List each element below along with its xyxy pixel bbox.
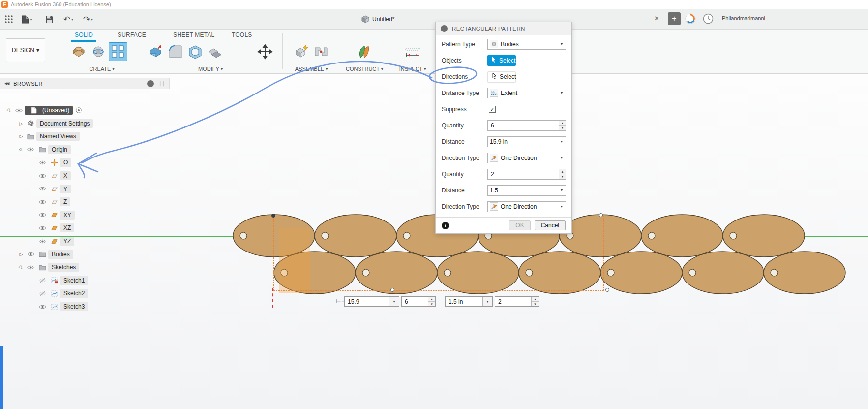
browser-row-origin[interactable]: ▷Origin xyxy=(18,144,71,155)
quantity2-value[interactable]: 2 xyxy=(495,297,531,306)
browser-row-z[interactable]: Z xyxy=(30,196,70,207)
ok-button[interactable]: OK xyxy=(509,220,530,230)
dialog-row-label: Quantity xyxy=(442,171,487,178)
visibility-eye-icon[interactable] xyxy=(25,264,36,271)
visibility-eye-icon[interactable] xyxy=(36,159,48,166)
suppress-checkbox[interactable]: ✓ xyxy=(489,106,496,113)
tree-item-label[interactable]: YZ xyxy=(60,237,74,246)
dialog-row-label: Direction Type xyxy=(442,203,487,210)
quantity2-stepper[interactable]: ▴▾ xyxy=(531,297,539,306)
tree-item-label[interactable]: Named Views xyxy=(36,132,80,141)
stepper-arrows[interactable]: ▴▾ xyxy=(559,169,566,180)
distance-combo[interactable]: 1.5▾ xyxy=(487,185,566,196)
pattern-origin-handle[interactable] xyxy=(271,214,275,218)
browser-row-unsaved[interactable]: ▷(Unsaved) xyxy=(6,105,82,116)
visibility-eye-icon[interactable] xyxy=(25,251,36,258)
expander-closed-icon[interactable]: ▷ xyxy=(18,252,25,257)
browser-row-xy[interactable]: XY xyxy=(30,210,75,220)
visibility-eye-icon[interactable] xyxy=(36,198,48,206)
pattern-preview-bodies[interactable] xyxy=(0,0,868,409)
tree-item-label[interactable]: X xyxy=(60,171,71,180)
distance1-value[interactable]: 15.9 xyxy=(345,297,389,306)
pattern-handle[interactable] xyxy=(599,213,603,217)
tree-item-label[interactable]: Origin xyxy=(48,145,71,154)
distance-combo[interactable]: 15.9 in▾ xyxy=(487,136,566,147)
visibility-eye-off-icon[interactable] xyxy=(36,277,48,284)
browser-row-sketches[interactable]: ▷Sketches xyxy=(18,262,79,273)
browser-header[interactable]: ◀◀ BROWSER – ❘❘ xyxy=(0,78,170,89)
pattern-direction-handle[interactable] xyxy=(605,288,609,292)
visibility-eye-icon[interactable] xyxy=(36,172,48,180)
browser-row-sketch3[interactable]: Sketch3 xyxy=(30,301,88,312)
rectangular-pattern-dialog: – RECTANGULAR PATTERN Pattern TypeBodies… xyxy=(435,22,572,234)
visibility-eye-icon[interactable] xyxy=(36,303,48,311)
info-icon[interactable]: i xyxy=(442,222,449,229)
expander-open-icon[interactable]: ▷ xyxy=(17,263,26,272)
tree-item-label[interactable]: Sketches xyxy=(48,263,79,272)
visibility-eye-off-icon[interactable] xyxy=(36,290,48,297)
tree-item-label[interactable]: O xyxy=(60,158,71,167)
collapse-dialog-icon[interactable]: – xyxy=(441,25,448,32)
quantity2-inline-input[interactable]: 2 ▴▾ xyxy=(495,296,539,307)
tree-item-label[interactable]: Z xyxy=(60,197,70,206)
browser-row-y[interactable]: Y xyxy=(30,184,71,194)
distance-type-dropdown[interactable]: Extent▾ xyxy=(487,88,566,98)
quantity1-stepper[interactable]: ▴▾ xyxy=(428,297,435,306)
dialog-row-label: Suppress xyxy=(442,106,487,113)
expander-closed-icon[interactable]: ▷ xyxy=(18,121,25,126)
expander-open-icon[interactable]: ▷ xyxy=(5,106,14,115)
tree-item-label[interactable]: Sketch1 xyxy=(60,276,88,285)
visibility-eye-icon[interactable] xyxy=(36,211,48,219)
quantity1-value[interactable]: 6 xyxy=(402,297,428,306)
distance2-inline-input[interactable]: 1.5 in ▾ xyxy=(445,296,493,307)
collapse-panel-icon[interactable]: ◀◀ xyxy=(4,81,8,86)
objects-select-button[interactable]: Select xyxy=(487,55,516,66)
browser-row-bodies[interactable]: ▷Bodies xyxy=(18,249,73,260)
visibility-eye-icon[interactable] xyxy=(13,107,25,114)
left-edge-strip xyxy=(0,346,3,409)
visibility-eye-icon[interactable] xyxy=(25,146,36,153)
distance2-value[interactable]: 1.5 in xyxy=(446,297,482,306)
stepper-arrows[interactable]: ▴▾ xyxy=(559,120,566,131)
visibility-eye-icon[interactable] xyxy=(36,224,48,232)
chevron-down-icon[interactable]: ▾ xyxy=(482,297,492,306)
distance1-inline-input[interactable]: 15.9 ▾ xyxy=(344,296,399,307)
dialog-rows: Pattern TypeBodies▾ObjectsSelectDirectio… xyxy=(436,36,571,215)
visibility-eye-icon[interactable] xyxy=(36,238,48,245)
tree-item-label[interactable]: Sketch3 xyxy=(60,302,88,311)
tree-item-label[interactable]: (Unsaved) xyxy=(25,106,73,115)
dialog-header[interactable]: – RECTANGULAR PATTERN xyxy=(436,22,571,35)
browser-row-o[interactable]: O xyxy=(30,157,71,168)
panel-grip-icon[interactable]: ❘❘ xyxy=(158,81,165,86)
chevron-down-icon: ▾ xyxy=(561,156,564,160)
browser-row-yz[interactable]: YZ xyxy=(30,236,74,247)
direction-type-dropdown[interactable]: One Direction▾ xyxy=(487,201,566,212)
cancel-button[interactable]: Cancel xyxy=(535,220,566,230)
visibility-eye-icon[interactable] xyxy=(36,185,48,192)
expander-open-icon[interactable]: ▷ xyxy=(17,145,26,154)
browser-row-named-views[interactable]: ▷Named Views xyxy=(18,131,80,142)
minimize-panel-icon[interactable]: – xyxy=(147,80,154,87)
quantity-spinner[interactable]: 2▴▾ xyxy=(487,169,566,180)
browser-row-x[interactable]: X xyxy=(30,170,71,181)
browser-row-sketch2[interactable]: Sketch2 xyxy=(30,288,88,299)
browser-row-sketch1[interactable]: Sketch1 xyxy=(30,275,88,286)
direction-type-dropdown[interactable]: One Direction▾ xyxy=(487,153,566,163)
chevron-down-icon[interactable]: ▾ xyxy=(389,297,399,306)
pattern-type-dropdown[interactable]: Bodies▾ xyxy=(487,39,566,50)
browser-row-xz[interactable]: XZ xyxy=(30,222,74,233)
pattern-handle[interactable] xyxy=(390,288,394,292)
quantity1-inline-input[interactable]: 6 ▴▾ xyxy=(401,296,436,307)
tree-item-label[interactable]: XZ xyxy=(60,223,74,232)
tree-item-label[interactable]: Bodies xyxy=(48,250,73,259)
tree-item-label[interactable]: Document Settings xyxy=(36,119,93,128)
quantity-spinner[interactable]: 6▴▾ xyxy=(487,120,566,131)
activate-component-radio[interactable] xyxy=(75,107,82,114)
tree-item-label[interactable]: Sketch2 xyxy=(60,289,88,298)
dialog-row-label: Distance xyxy=(442,187,487,194)
tree-item-label[interactable]: XY xyxy=(60,211,75,220)
expander-closed-icon[interactable]: ▷ xyxy=(18,134,25,139)
directions-select-button[interactable]: Select xyxy=(487,71,516,82)
browser-row-document-settings[interactable]: ▷Document Settings xyxy=(18,118,93,129)
tree-item-label[interactable]: Y xyxy=(60,185,71,193)
